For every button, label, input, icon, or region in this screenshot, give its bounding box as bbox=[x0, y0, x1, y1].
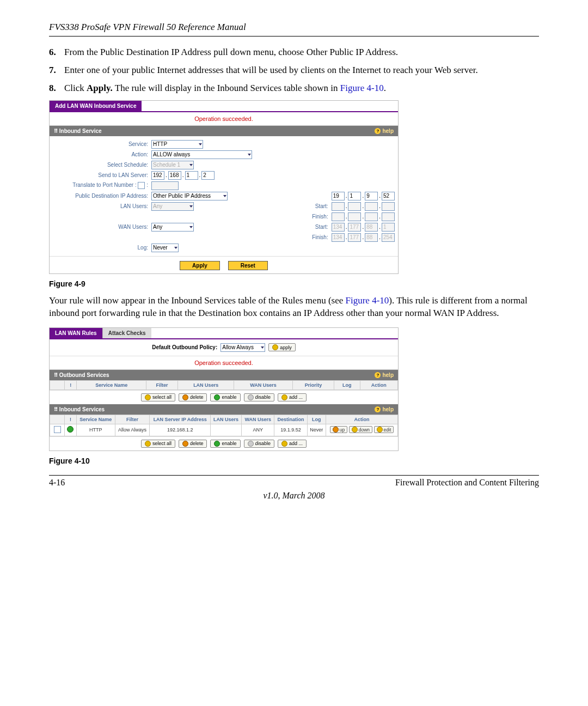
t: Your rule will now appear in the Inbound… bbox=[49, 295, 346, 306]
down-button[interactable]: down bbox=[349, 426, 372, 433]
action-select[interactable] bbox=[151, 150, 252, 159]
ip-seg[interactable] bbox=[185, 171, 198, 180]
col-log: Log bbox=[334, 380, 360, 389]
dot-icon bbox=[214, 394, 220, 400]
pub-dest-select[interactable] bbox=[151, 192, 228, 200]
select-all-button[interactable]: select all bbox=[141, 440, 175, 448]
cell-log: Never bbox=[307, 424, 326, 436]
help-link[interactable]: ?help bbox=[375, 128, 394, 134]
translate-checkbox[interactable] bbox=[138, 182, 145, 189]
ip-seg[interactable] bbox=[168, 171, 181, 180]
col-dest: Destination bbox=[274, 415, 307, 424]
status-dot-icon bbox=[67, 426, 74, 433]
lan-users-label: LAN Users: bbox=[53, 203, 151, 209]
figure-ref-link[interactable]: Figure 4-10 bbox=[346, 295, 389, 306]
x-icon bbox=[182, 441, 188, 447]
footer-rule bbox=[49, 475, 539, 476]
dot-icon bbox=[248, 394, 254, 400]
footer-section: Firewall Protection and Content Filterin… bbox=[395, 478, 539, 488]
t: help bbox=[382, 406, 394, 412]
step-text: Click Apply. The rule will display in th… bbox=[64, 82, 386, 95]
wan-users-label: WAN Users: bbox=[53, 224, 151, 230]
ip-seg bbox=[365, 223, 378, 232]
figure-4-10-screenshot: LAN WAN Rules Attack Checks Default Outb… bbox=[49, 327, 399, 451]
col-action: Action bbox=[360, 380, 397, 389]
tab-lan-wan-rules[interactable]: LAN WAN Rules bbox=[50, 328, 102, 338]
button-row: Apply Reset bbox=[50, 256, 398, 273]
ip-seg bbox=[382, 212, 395, 221]
t: Inbound Service bbox=[59, 128, 102, 134]
help-icon: ? bbox=[375, 128, 381, 134]
start-label: Start: bbox=[302, 224, 328, 230]
pub-dest-label: Public Destination IP Address: bbox=[53, 193, 151, 199]
tab-add-inbound[interactable]: Add LAN WAN Inbound Service bbox=[50, 101, 142, 111]
schedule-label: Select Schedule: bbox=[53, 162, 151, 168]
ip-seg bbox=[348, 202, 361, 211]
finish-label: Finish: bbox=[302, 214, 328, 220]
status-message: Operation succeeded. bbox=[50, 356, 398, 370]
finish-label: Finish: bbox=[302, 234, 328, 240]
enable-button[interactable]: enable bbox=[210, 393, 240, 401]
ip-seg bbox=[382, 202, 395, 211]
col-lan: LAN Users bbox=[178, 380, 234, 389]
col-service: Service Name bbox=[77, 380, 146, 389]
schedule-select bbox=[151, 161, 194, 169]
delete-button[interactable]: delete bbox=[179, 440, 207, 448]
reset-button[interactable]: Reset bbox=[228, 261, 268, 270]
outbound-action-row: select all delete enable disable add ... bbox=[50, 390, 398, 404]
header-rule bbox=[49, 36, 539, 36]
row-checkbox[interactable] bbox=[54, 426, 61, 433]
add-button[interactable]: add ... bbox=[278, 440, 307, 448]
ip-seg[interactable] bbox=[151, 171, 164, 180]
ip-seg bbox=[348, 233, 361, 242]
tab-row: Add LAN WAN Inbound Service bbox=[50, 101, 398, 112]
help-link[interactable]: ?help bbox=[375, 372, 394, 378]
outbound-header: ⠿ Outbound Services ?help bbox=[50, 370, 398, 380]
col-filter: Filter bbox=[146, 380, 177, 389]
ip-seg[interactable] bbox=[348, 192, 361, 200]
delete-button[interactable]: delete bbox=[179, 393, 207, 401]
apply-button[interactable]: apply bbox=[268, 343, 296, 351]
cell-filter: Allow Always bbox=[115, 424, 150, 436]
ip-seg[interactable] bbox=[201, 171, 215, 180]
disable-button[interactable]: disable bbox=[244, 440, 275, 448]
enable-button[interactable]: enable bbox=[210, 440, 240, 448]
section-title: ⠿ Inbound Services bbox=[54, 406, 105, 412]
col-lan-users: LAN Users bbox=[210, 415, 241, 424]
edit-button[interactable]: edit bbox=[374, 426, 394, 433]
log-select[interactable] bbox=[151, 244, 179, 252]
dot-icon bbox=[248, 441, 254, 447]
col-priority: Priority bbox=[292, 380, 334, 389]
outbound-policy-select[interactable] bbox=[220, 343, 265, 352]
col-wan: WAN Users bbox=[234, 380, 293, 389]
col-action: Action bbox=[326, 415, 398, 424]
step-text: Enter one of your public Internet addres… bbox=[64, 64, 478, 77]
add-button[interactable]: add ... bbox=[278, 393, 307, 401]
help-link[interactable]: ?help bbox=[375, 406, 394, 412]
disable-button[interactable]: disable bbox=[244, 393, 275, 401]
down-icon bbox=[352, 427, 358, 433]
t: The rule will display in the Inbound Ser… bbox=[113, 83, 340, 93]
ip-seg[interactable] bbox=[365, 192, 378, 200]
select-all-button[interactable]: select all bbox=[141, 393, 175, 401]
tab-attack-checks[interactable]: Attack Checks bbox=[102, 328, 151, 338]
t: Click bbox=[64, 83, 87, 93]
form-area: Service: Action: Select Schedule: Send t… bbox=[50, 136, 398, 256]
translate-label: Translate to Port Number : : bbox=[53, 182, 151, 189]
ip-seg bbox=[365, 202, 378, 211]
translate-port-input bbox=[151, 181, 179, 190]
ip-seg bbox=[382, 223, 395, 232]
wan-users-select[interactable] bbox=[151, 223, 194, 232]
pub-dest-ip: . . . bbox=[332, 192, 395, 200]
page-number: 4-16 bbox=[49, 478, 65, 488]
up-button[interactable]: up bbox=[330, 426, 347, 433]
cell-lan-ip: 192.168.1.2 bbox=[150, 424, 211, 436]
apply-button[interactable]: Apply bbox=[180, 261, 220, 270]
ip-seg bbox=[382, 233, 395, 242]
service-select[interactable] bbox=[151, 140, 203, 149]
ip-seg[interactable] bbox=[332, 192, 345, 200]
help-icon: ? bbox=[375, 372, 381, 378]
figure-ref-link[interactable]: Figure 4-10 bbox=[340, 83, 384, 93]
col-bang: ! bbox=[65, 415, 77, 424]
ip-seg[interactable] bbox=[382, 192, 395, 200]
